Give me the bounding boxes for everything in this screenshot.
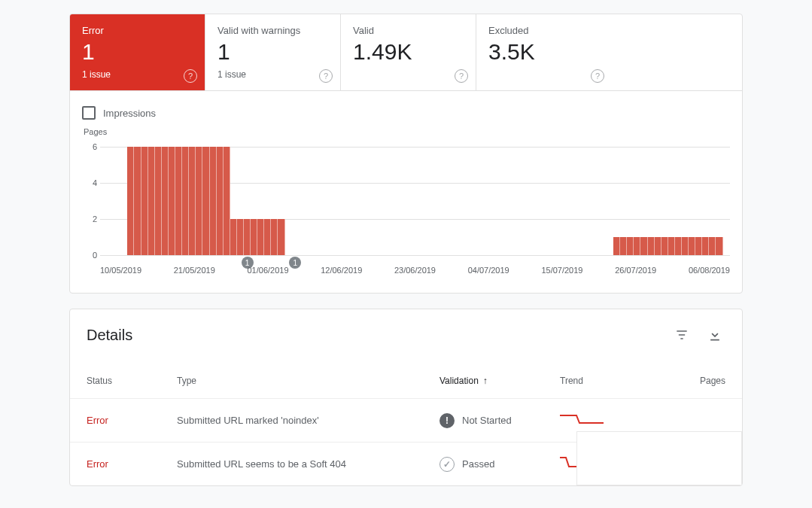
overlay-panel: [576, 431, 742, 485]
col-validation[interactable]: Validation ↑: [439, 376, 560, 386]
coverage-summary-card: Error 1 1 issue ? Valid with warnings 1 …: [69, 14, 743, 294]
tab-value: 1: [217, 39, 328, 65]
tab-label: Valid: [353, 25, 464, 36]
status-tabs: Error 1 1 issue ? Valid with warnings 1 …: [70, 14, 742, 91]
tab-label: Valid with warnings: [217, 25, 328, 36]
checkbox-impressions[interactable]: [82, 106, 96, 120]
tab-valid-with-warnings[interactable]: Valid with warnings 1 1 issue ?: [205, 14, 341, 90]
tab-sub: 1 issue: [217, 69, 328, 80]
details-title: Details: [87, 327, 132, 344]
tab-label: Excluded: [488, 25, 600, 36]
help-icon[interactable]: ?: [455, 69, 468, 83]
download-icon[interactable]: [704, 324, 725, 345]
alert-icon: !: [439, 413, 455, 428]
row-status: Error: [87, 415, 177, 426]
tab-value: 1: [82, 39, 193, 65]
tab-error[interactable]: Error 1 1 issue ?: [70, 14, 205, 90]
chart-area: Impressions Pages 024611 10/05/201921/05…: [70, 91, 742, 293]
tab-valid[interactable]: Valid 1.49K ?: [341, 14, 476, 90]
tab-sub: 1 issue: [82, 69, 193, 80]
row-type: Submitted URL seems to be a Soft 404: [177, 458, 439, 470]
sort-up-icon: ↑: [483, 376, 488, 386]
tab-excluded[interactable]: Excluded 3.5K ?: [476, 14, 612, 90]
col-trend: Trend: [560, 376, 673, 386]
legend-impressions[interactable]: Impressions: [82, 105, 730, 127]
legend-label: Impressions: [103, 108, 156, 119]
filter-icon[interactable]: [671, 324, 692, 345]
details-card: Details Status Type Validation ↑ Trend P…: [69, 309, 743, 486]
check-icon: ✓: [439, 457, 455, 472]
col-status: Status: [87, 376, 177, 386]
col-pages: Pages: [673, 376, 725, 386]
row-validation: ✓ Passed: [439, 457, 560, 472]
pages-chart: 024611 10/05/201921/05/201901/06/201912/…: [82, 139, 730, 275]
help-icon[interactable]: ?: [591, 69, 604, 83]
row-status: Error: [87, 458, 177, 470]
row-validation: ! Not Started: [439, 413, 560, 428]
details-table-header: Status Type Validation ↑ Trend Pages: [70, 354, 742, 398]
tab-value: 3.5K: [488, 39, 600, 65]
help-icon[interactable]: ?: [184, 69, 197, 83]
row-type: Submitted URL marked 'noindex': [177, 415, 439, 426]
tab-label: Error: [82, 25, 193, 36]
help-icon[interactable]: ?: [319, 69, 333, 83]
row-trend: [560, 411, 673, 430]
tab-value: 1.49K: [353, 39, 464, 65]
col-type: Type: [177, 376, 439, 386]
y-axis-label: Pages: [84, 127, 730, 136]
